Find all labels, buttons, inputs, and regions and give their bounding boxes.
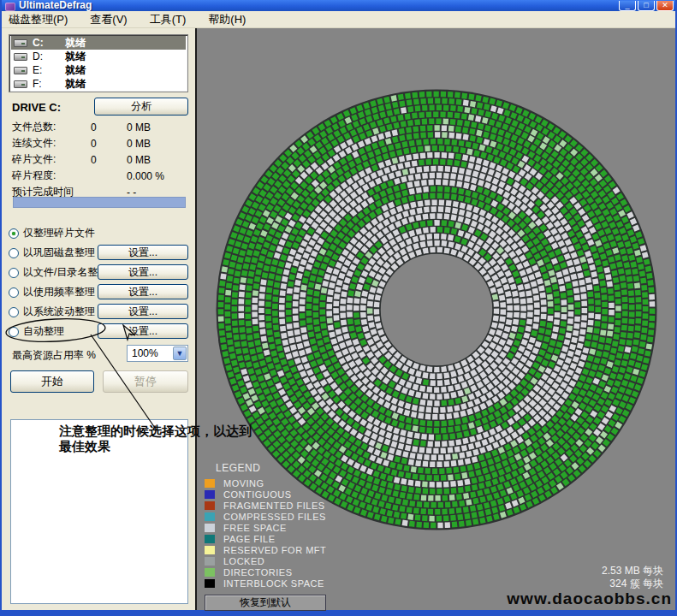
radio-usage-frequency[interactable]	[9, 287, 19, 298]
title-bar: UltimateDefrag _ □ ✕	[2, 0, 675, 11]
settings-button-consolidate[interactable]: 设置...	[98, 245, 188, 260]
legend-label: LOCKED	[223, 556, 264, 566]
legend: LEGEND MOVINGCONTIGUOUSFRAGMENTED FILESC…	[205, 462, 326, 589]
method-label-system-volatility: 以系统波动整理	[23, 305, 95, 319]
hard-drive-icon	[14, 39, 27, 47]
radio-file-folder-name[interactable]	[9, 268, 19, 278]
drive-list[interactable]: C:就绪D:就绪E:就绪F:就绪	[9, 34, 188, 92]
legend-swatch-icon	[205, 479, 215, 488]
drive-letter: D:	[33, 50, 65, 62]
drive-row-e[interactable]: E:就绪	[11, 63, 186, 77]
stat-label: 碎片文件:	[12, 152, 91, 167]
legend-label: FRAGMENTED FILES	[223, 500, 325, 511]
drive-stats: 文件总数:00 MB连续文件:00 MB碎片文件:00 MB碎片程度:0.000…	[12, 119, 188, 200]
settings-button-file-folder-name[interactable]: 设置...	[98, 264, 188, 280]
legend-item: DIRECTORIES	[205, 566, 326, 578]
drive-row-c[interactable]: C:就绪	[11, 36, 186, 50]
radio-auto[interactable]	[9, 327, 19, 337]
stat-count: 0	[91, 138, 116, 150]
legend-swatch-icon	[205, 490, 215, 499]
chevron-down-icon[interactable]: ▼	[173, 346, 187, 360]
stat-value: 0 MB	[127, 121, 151, 133]
stat-value: 0 MB	[127, 154, 151, 166]
legend-item: RESERVED FOR MFT	[205, 544, 326, 555]
defrag-method-group: 仅整理碎片文件以巩固磁盘整理设置...以文件/目录名整理设置...以使用频率整理…	[9, 223, 190, 341]
method-row-consolidate: 以巩固磁盘整理设置...	[9, 243, 190, 263]
legend-label: COMPRESSED FILES	[223, 512, 326, 522]
legend-swatch-icon	[205, 524, 215, 532]
watermark: www.daocaobbs.cn	[507, 589, 672, 608]
legend-swatch-icon	[205, 535, 215, 543]
menu-item-view[interactable]: 查看(V)	[90, 12, 127, 27]
drive-status: 就绪	[65, 50, 86, 64]
stat-label: 连续文件:	[12, 136, 91, 151]
progress-bar	[13, 197, 186, 208]
legend-item: PAGE FILE	[205, 533, 326, 544]
method-row-fragmented-only: 仅整理碎片文件	[9, 223, 190, 243]
analyze-button[interactable]: 分析	[94, 98, 188, 116]
disk-panel: LEGEND MOVINGCONTIGUOUSFRAGMENTED FILESC…	[197, 28, 675, 610]
log-panel	[10, 419, 188, 604]
radio-system-volatility[interactable]	[9, 307, 19, 317]
stat-count: 0	[91, 121, 116, 133]
legend-swatch-icon	[205, 512, 215, 521]
restore-default-button[interactable]: 恢复到默认	[205, 595, 326, 611]
menu-item-tools[interactable]: 工具(T)	[150, 12, 187, 27]
block-info: 2.53 MB 每块 324 簇 每块	[602, 565, 663, 590]
drive-row-f[interactable]: F:就绪	[11, 77, 186, 91]
method-row-system-volatility: 以系统波动整理设置...	[9, 302, 190, 322]
drive-letter: E:	[33, 64, 65, 76]
stat-row: 碎片程度:0.000 %	[12, 168, 188, 184]
settings-button-system-volatility[interactable]: 设置...	[98, 304, 188, 319]
legend-item: COMPRESSED FILES	[205, 511, 326, 522]
legend-swatch-icon	[205, 557, 215, 566]
legend-swatch-icon	[205, 568, 215, 577]
radio-consolidate[interactable]	[9, 248, 19, 258]
legend-swatch-icon	[205, 546, 215, 554]
resource-usage-label: 最高资源占用率 %	[12, 348, 96, 363]
resource-usage-select[interactable]: 100% ▼	[127, 345, 188, 362]
drive-letter: F:	[33, 78, 65, 90]
hard-drive-icon	[14, 80, 27, 88]
legend-label: DIRECTORIES	[223, 567, 292, 578]
legend-title: LEGEND	[216, 462, 326, 474]
menu-item-help[interactable]: 帮助(H)	[208, 12, 246, 27]
close-button[interactable]: ✕	[656, 1, 674, 11]
cluster-size-label: 324 簇 每块	[602, 578, 663, 590]
stat-label: 文件总数:	[12, 120, 91, 134]
legend-item: FREE SPACE	[205, 522, 326, 533]
method-label-usage-frequency: 以使用频率整理	[23, 285, 95, 299]
stat-label: 碎片程度:	[12, 169, 91, 183]
stat-row: 碎片文件:00 MB	[12, 151, 188, 168]
start-button[interactable]: 开始	[10, 370, 94, 393]
drive-row-d[interactable]: D:就绪	[11, 50, 186, 63]
stat-value: 0.000 %	[127, 170, 164, 182]
legend-swatch-icon	[205, 501, 215, 510]
block-size-label: 2.53 MB 每块	[602, 565, 663, 578]
maximize-button[interactable]: □	[638, 1, 655, 11]
settings-button-usage-frequency[interactable]: 设置...	[98, 284, 188, 299]
hard-drive-icon	[14, 67, 27, 74]
stat-row: 连续文件:00 MB	[12, 135, 188, 151]
resource-usage-value: 100%	[132, 347, 158, 359]
minimize-button[interactable]: _	[619, 1, 636, 11]
legend-label: CONTIGUOUS	[223, 489, 292, 500]
method-label-fragmented-only: 仅整理碎片文件	[23, 226, 95, 240]
stat-row: 文件总数:00 MB	[12, 119, 188, 135]
radio-fragmented-only[interactable]	[9, 228, 19, 239]
menu-item-defrag[interactable]: 磁盘整理(P)	[9, 12, 68, 27]
legend-label: MOVING	[223, 478, 264, 489]
method-row-file-folder-name: 以文件/目录名整理设置...	[9, 263, 190, 282]
window-title: UltimateDefrag	[19, 0, 92, 11]
drive-status: 就绪	[65, 63, 86, 78]
method-label-consolidate: 以巩固磁盘整理	[23, 246, 95, 260]
legend-label: PAGE FILE	[223, 534, 276, 544]
legend-swatch-icon	[205, 579, 215, 588]
drive-status: 就绪	[65, 77, 86, 92]
drive-title: DRIVE C:	[12, 101, 61, 114]
legend-label: INTERBLOCK SPACE	[223, 578, 324, 589]
settings-button-auto[interactable]: 设置...	[98, 323, 188, 339]
legend-label: FREE SPACE	[223, 523, 287, 533]
legend-item: MOVING	[205, 477, 326, 489]
method-label-file-folder-name: 以文件/目录名整理	[23, 265, 108, 280]
